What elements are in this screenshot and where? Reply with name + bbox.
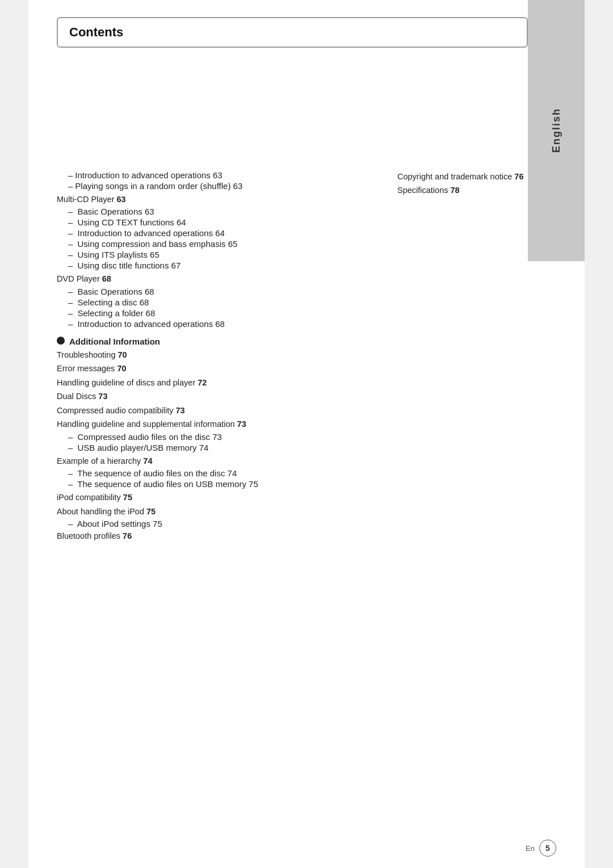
list-item: – USB audio player/USB memory 74 (57, 443, 375, 452)
list-item: Dual Discs 73 (57, 390, 375, 402)
list-item: – Introduction to advanced operations 68 (57, 319, 375, 329)
list-item: – About iPod settings 75 (57, 519, 375, 529)
list-item: – The sequence of audio files on the dis… (57, 468, 375, 478)
list-item: –Introduction to advanced operations 63 (57, 170, 375, 180)
list-item: – Using ITS playlists 65 (57, 250, 375, 259)
toc-left-column: –Introduction to advanced operations 63 … (57, 170, 375, 544)
list-item: Bluetooth profiles 76 (57, 530, 375, 542)
list-item: Handling guideline of discs and player 7… (57, 376, 375, 389)
list-item: – Basic Operations 68 (57, 287, 375, 296)
contents-box: Contents (57, 17, 528, 48)
list-item: Multi-CD Player 63 (57, 193, 375, 206)
sidebar-label: English (551, 108, 562, 153)
list-item: –Playing songs in a random order (shuffl… (57, 181, 375, 191)
list-item: – Using CD TEXT functions 64 (57, 217, 375, 227)
toc-columns: –Introduction to advanced operations 63 … (57, 170, 556, 544)
list-item: – Compressed audio files on the disc 73 (57, 432, 375, 442)
en-label: En (526, 844, 535, 853)
page: English Contents –Introduction to advanc… (28, 0, 585, 868)
additional-info-heading: Additional Information (57, 336, 375, 346)
list-item: – The sequence of audio files on USB mem… (57, 479, 375, 489)
list-item: Troubleshooting 70 (57, 349, 375, 361)
main-content: –Introduction to advanced operations 63 … (57, 170, 556, 544)
list-item: – Selecting a disc 68 (57, 297, 375, 307)
list-item: DVD Player 68 (57, 272, 375, 285)
list-item: Copyright and trademark notice 76 (397, 170, 556, 183)
page-title: Contents (69, 25, 123, 39)
list-item: – Selecting a folder 68 (57, 308, 375, 318)
additional-info-label: Additional Information (69, 337, 160, 346)
list-item: – Using disc title functions 67 (57, 261, 375, 270)
list-item: About handling the iPod 75 (57, 505, 375, 518)
list-item: – Basic Operations 63 (57, 207, 375, 216)
bullet-icon (57, 337, 65, 345)
list-item: Handling guideline and supplemental info… (57, 418, 375, 430)
toc-right-column: Copyright and trademark notice 76 Specif… (397, 170, 556, 544)
list-item: Compressed audio compatibility 73 (57, 404, 375, 417)
list-item: Error messages 70 (57, 362, 375, 375)
list-item: Specifications 78 (397, 184, 556, 196)
bottom-bar: En 5 (526, 840, 556, 857)
page-number: 5 (539, 840, 556, 857)
list-item: iPod compatibility 75 (57, 491, 375, 504)
list-item: Example of a hierarchy 74 (57, 455, 375, 467)
list-item: – Introduction to advanced operations 64 (57, 228, 375, 238)
list-item: – Using compression and bass emphasis 65 (57, 239, 375, 249)
